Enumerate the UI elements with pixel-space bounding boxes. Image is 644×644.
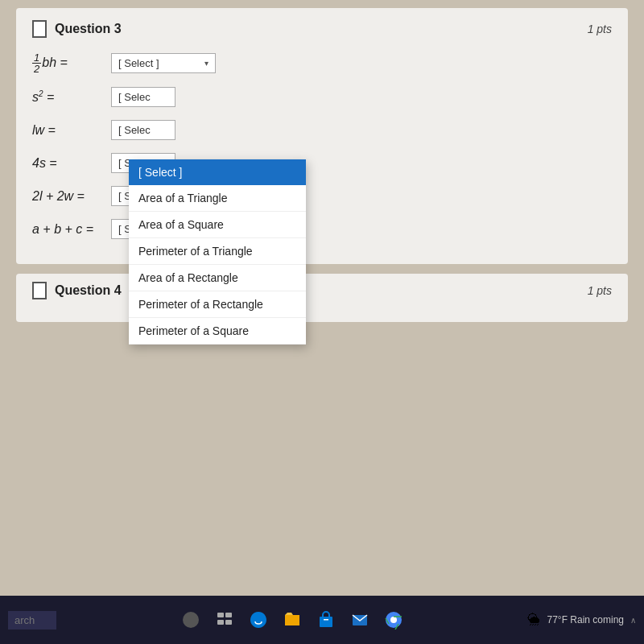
formula-row-5: 2l + 2w = [ Selec	[32, 186, 612, 206]
taskbar-arrow[interactable]: ∧	[630, 616, 636, 625]
question-4-points: 1 pts	[588, 284, 612, 297]
taskbar-right: 🌦 77°F Rain coming ∧	[527, 613, 636, 627]
select-dropdown-3[interactable]: [ Selec	[111, 120, 175, 140]
svg-rect-1	[217, 613, 224, 617]
formula-row-6: a + b + c = [ Select ] ▾	[32, 219, 612, 239]
dropdown-item-3[interactable]: Area of a Rectangle	[129, 265, 306, 291]
svg-rect-3	[217, 620, 224, 625]
svg-rect-5	[320, 617, 332, 627]
fraction-half: 1 2	[32, 52, 41, 74]
dropdown-item-5[interactable]: Perimeter of a Square	[129, 318, 306, 345]
start-button[interactable]	[176, 605, 205, 634]
weather-label: 77°F Rain coming	[547, 614, 624, 625]
superscript-2: 2	[39, 89, 43, 98]
dropdown-item-4[interactable]: Perimeter of a Rectangle	[129, 291, 306, 318]
svg-point-9	[390, 617, 397, 623]
taskview-icon[interactable]	[210, 605, 239, 634]
svg-point-0	[183, 612, 199, 628]
question-4-title: Question 4	[55, 283, 122, 298]
mail-icon[interactable]	[345, 605, 374, 634]
svg-rect-6	[324, 619, 328, 621]
file-explorer-icon[interactable]	[278, 605, 307, 634]
formula-row-2: s2 = [ Selec	[32, 87, 612, 107]
question-header: Question 3 1 pts	[32, 20, 612, 38]
question-header-left: Question 3	[32, 20, 122, 38]
dropdown-item-2[interactable]: Perimeter of a Triangle	[129, 238, 306, 265]
question-4-header: Question 4 1 pts	[32, 282, 612, 299]
formula-text-4: 4s =	[32, 156, 105, 171]
formula-row-3: lw = [ Selec	[32, 120, 612, 140]
select-value-1: [ Select ]	[118, 57, 159, 69]
taskbar-search-input[interactable]	[8, 611, 56, 630]
formula-row-4: 4s = [ Selec	[32, 153, 612, 173]
formula-text-2: s2 =	[32, 89, 105, 105]
edge-icon[interactable]	[244, 605, 273, 634]
formula-text-6: a + b + c =	[32, 222, 105, 237]
store-icon[interactable]	[312, 605, 341, 634]
formula-row-1: 1 2 bh = [ Select ] ▾	[32, 52, 612, 74]
bookmark-icon-2	[32, 282, 47, 299]
taskbar: 🌦 77°F Rain coming ∧	[0, 596, 644, 644]
formula-text-5: 2l + 2w =	[32, 189, 105, 204]
select-dropdown-2[interactable]: [ Selec	[111, 87, 175, 107]
formula-text-3: lw =	[32, 123, 105, 138]
taskbar-icons	[61, 605, 522, 634]
dropdown-item-0[interactable]: Area of a Triangle	[129, 185, 306, 212]
points-label: 1 pts	[588, 23, 612, 35]
open-dropdown: [ Select ] Area of a Triangle Area of a …	[129, 159, 306, 345]
question-4-card: Question 4 1 pts	[16, 274, 628, 322]
bookmark-icon	[32, 20, 47, 38]
svg-rect-2	[225, 613, 232, 617]
svg-rect-4	[225, 620, 232, 625]
weather-icon: 🌦	[527, 613, 540, 627]
dropdown-item-1[interactable]: Area of a Square	[129, 212, 306, 238]
question-4-header-left: Question 4	[32, 282, 122, 299]
formula-text-1: 1 2 bh =	[32, 52, 105, 74]
select-value-2: [ Selec	[118, 91, 151, 103]
dropdown-item-selected[interactable]: [ Select ]	[129, 159, 306, 185]
chevron-icon-1: ▾	[204, 59, 208, 68]
select-value-3: [ Selec	[118, 124, 151, 136]
question-3-card: Question 3 1 pts 1 2 bh = [ Select ] ▾	[16, 8, 628, 264]
select-dropdown-1[interactable]: [ Select ] ▾	[111, 53, 216, 73]
chrome-icon[interactable]	[379, 605, 408, 634]
question-title: Question 3	[55, 22, 122, 36]
